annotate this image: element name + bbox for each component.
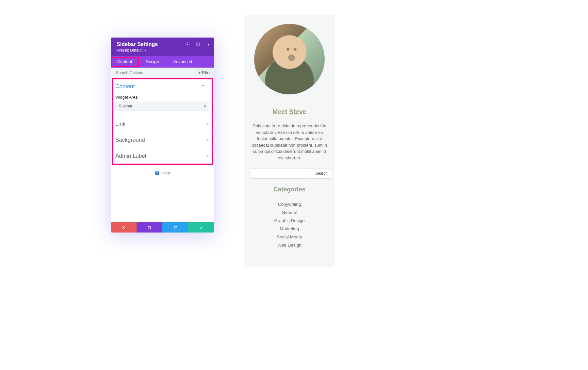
panel-toggle-icon[interactable] xyxy=(196,42,200,48)
section-link-header[interactable]: Link xyxy=(115,116,209,132)
section-background: Background xyxy=(111,132,214,148)
save-button[interactable] xyxy=(188,222,214,233)
category-item[interactable]: Graphic Design xyxy=(251,217,328,225)
tab-content[interactable]: Content xyxy=(111,56,139,68)
settings-body: Content Widget Area Sidebar ▴▾ Link xyxy=(111,78,214,222)
search-input[interactable] xyxy=(111,71,195,75)
section-link-title: Link xyxy=(115,116,125,132)
select-sort-icon: ▴▾ xyxy=(204,104,206,108)
settings-header: Sidebar Settings Preset: Default xyxy=(111,38,214,56)
preview-title: Meet Steve xyxy=(251,108,328,116)
help-icon: ? xyxy=(155,171,159,175)
section-background-header[interactable]: Background xyxy=(115,132,209,148)
category-item[interactable]: Social Media xyxy=(251,233,328,241)
categories-title: Categories xyxy=(251,186,328,193)
section-admin-label-title: Admin Label xyxy=(115,148,146,164)
chevron-up-icon xyxy=(201,84,205,88)
help-link[interactable]: ? Help xyxy=(111,164,214,182)
filter-label: Filter xyxy=(202,71,211,75)
more-icon[interactable] xyxy=(206,42,211,48)
chevron-down-icon xyxy=(205,138,209,142)
section-content-title: Content xyxy=(115,78,135,93)
section-admin-label-header[interactable]: Admin Label xyxy=(115,148,209,164)
avatar xyxy=(254,24,325,94)
preview-description: Duis aute irure dolor in reprehenderit i… xyxy=(251,123,328,161)
chevron-down-icon xyxy=(205,154,209,158)
preset-label: Preset: Default xyxy=(117,48,142,53)
sidebar-settings-panel: Sidebar Settings Preset: Default Content… xyxy=(111,38,214,233)
svg-point-9 xyxy=(209,87,209,88)
section-background-title: Background xyxy=(115,132,145,148)
svg-point-5 xyxy=(208,44,209,45)
section-admin-label: Admin Label xyxy=(111,148,214,164)
settings-tabs: Content Design Advanced xyxy=(111,56,214,68)
redo-button[interactable] xyxy=(162,222,188,233)
category-item[interactable]: Marketing xyxy=(251,225,328,233)
category-list: Copywriting General Graphic Design Marke… xyxy=(251,200,328,249)
search-bar: + Filter xyxy=(111,68,214,78)
widget-area-value: Sidebar xyxy=(119,104,132,108)
category-item[interactable]: Web Design xyxy=(251,241,328,249)
expand-icon[interactable] xyxy=(185,42,190,48)
category-item[interactable]: Copywriting xyxy=(251,200,328,208)
svg-point-6 xyxy=(208,45,209,46)
category-item[interactable]: General xyxy=(251,208,328,217)
sidebar-preview: Meet Steve Duis aute irure dolor in repr… xyxy=(244,15,335,267)
chevron-down-icon xyxy=(205,122,209,126)
search-input[interactable] xyxy=(251,168,312,179)
section-link: Link xyxy=(111,116,214,132)
search-button[interactable]: Search xyxy=(312,168,331,179)
plus-icon: + xyxy=(198,71,201,75)
preview-search: Search xyxy=(251,168,328,179)
svg-point-1 xyxy=(187,44,188,45)
cancel-button[interactable] xyxy=(111,222,137,233)
section-content: Content Widget Area Sidebar ▴▾ xyxy=(111,78,214,116)
help-label: Help xyxy=(161,170,170,175)
caret-down-icon xyxy=(144,50,146,51)
widget-area-label: Widget Area xyxy=(115,93,209,102)
svg-point-8 xyxy=(209,86,209,87)
tab-advanced[interactable]: Advanced xyxy=(166,56,199,68)
section-more-icon[interactable] xyxy=(208,84,209,88)
undo-button[interactable] xyxy=(137,222,162,233)
preset-selector[interactable]: Preset: Default xyxy=(117,48,209,53)
widget-area-select[interactable]: Sidebar ▴▾ xyxy=(115,102,209,111)
settings-footer xyxy=(111,222,214,233)
svg-point-7 xyxy=(209,85,209,85)
filter-button[interactable]: + Filter xyxy=(195,68,214,78)
tab-design[interactable]: Design xyxy=(139,56,166,68)
svg-point-4 xyxy=(208,43,209,43)
section-content-header[interactable]: Content xyxy=(115,78,209,93)
